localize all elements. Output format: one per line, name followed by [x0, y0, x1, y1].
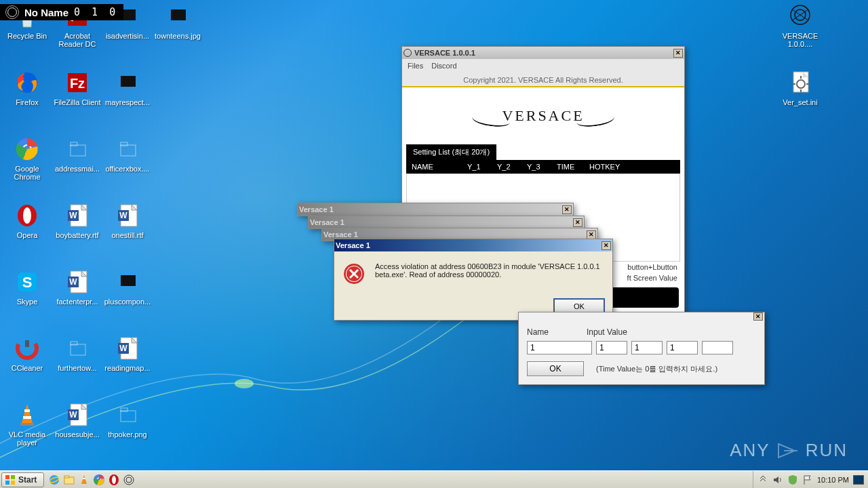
input-time[interactable]	[702, 341, 733, 354]
opera-icon	[12, 202, 42, 229]
svg-rect-11	[71, 145, 85, 156]
svg-text:W: W	[69, 410, 77, 420]
svg-rect-59	[83, 478, 85, 479]
versace-app-icon	[403, 49, 412, 57]
svg-point-65	[124, 475, 134, 485]
desktop-icon[interactable]: furthertow...	[53, 335, 102, 401]
desktop-icon[interactable]: officerxbox....	[103, 136, 152, 202]
error-dialog[interactable]: Versace 1✕	[308, 216, 585, 229]
tray-expand-icon[interactable]	[757, 474, 768, 485]
desktop-icon[interactable]: Google Chrome	[3, 136, 52, 202]
error-title: Versace 1	[323, 230, 358, 239]
desktop-icon[interactable]: FzFileZilla Client	[53, 69, 102, 136]
icon-label: furthertow...	[58, 364, 96, 372]
icon-label: Ver_set.ini	[783, 98, 817, 106]
desktop-icon[interactable]: addressmai...	[53, 136, 102, 202]
desktop-icon[interactable]: VLC media player	[3, 401, 52, 468]
close-icon[interactable]: ✕	[587, 230, 596, 239]
icon-label: VERSACE 1.0.0....	[776, 32, 824, 48]
word-icon: W	[62, 401, 92, 428]
desktop-icon[interactable]: Whousesubje...	[53, 401, 102, 468]
icon-label: officerxbox....	[105, 165, 149, 173]
icon-label: VLC media player	[3, 430, 51, 447]
error-titlebar[interactable]: Versace 1✕	[334, 239, 612, 251]
icon-label: pluscompon...	[104, 298, 151, 306]
desktop-icon[interactable]: CCleaner	[3, 335, 52, 401]
close-icon[interactable]: ✕	[573, 218, 583, 227]
desktop-icon[interactable]: Ver_set.ini	[776, 69, 825, 136]
taskbar[interactable]: Start 10:10 PM	[0, 470, 868, 488]
versace-taskbar-icon[interactable]	[123, 474, 135, 486]
desktop-icon[interactable]: Opera	[3, 202, 52, 268]
table-header: NAME Y_1 Y_2 Y_3 TIME HOTKEY	[406, 160, 680, 174]
input-dialog[interactable]: ✕ Name Input Value OK (Time Value는 0를 입력…	[518, 312, 765, 385]
desktop-icon[interactable]: townteens.jpg	[153, 3, 202, 69]
svg-rect-54	[11, 481, 15, 485]
svg-point-16	[23, 207, 31, 224]
volume-icon[interactable]	[772, 474, 783, 485]
versace-title: VERSACE 1.0.0.1	[414, 49, 475, 57]
icon-label: addressmai...	[55, 165, 100, 173]
clock[interactable]: 10:10 PM	[817, 476, 849, 484]
start-button-taskbar[interactable]: Start	[1, 472, 44, 487]
vlc-taskbar-icon[interactable]	[78, 474, 90, 486]
file-dark-icon	[113, 69, 142, 96]
close-icon[interactable]: ✕	[673, 49, 683, 58]
desktop-icon[interactable]: SSkype	[3, 268, 52, 335]
desktop-icon[interactable]: Firefox	[3, 69, 52, 136]
svg-rect-36	[24, 409, 30, 412]
svg-rect-31	[71, 344, 85, 355]
menu-files[interactable]: Files	[408, 62, 423, 70]
svg-rect-30	[25, 340, 29, 347]
close-icon[interactable]: ✕	[753, 312, 763, 321]
desktop-icon[interactable]: thpoker.png	[103, 401, 152, 468]
icon-label: mayrespect...	[105, 98, 150, 106]
error-titlebar[interactable]: Versace 1✕	[309, 216, 584, 228]
svg-point-64	[112, 476, 116, 484]
icon-label: Skype	[17, 298, 38, 306]
ie-icon[interactable]	[48, 474, 60, 486]
folder-ghost-icon	[113, 401, 142, 428]
error-titlebar[interactable]: Versace 1✕	[298, 203, 573, 216]
desktop-icon[interactable]: Wonestill.rtf	[103, 202, 152, 268]
svg-text:S: S	[22, 274, 33, 291]
show-desktop[interactable]	[853, 475, 864, 485]
error-title: Versace 1	[310, 218, 344, 226]
versace-titlebar[interactable]: VERSACE 1.0.0.1 ✕	[402, 47, 684, 59]
icon-label: boybattery.rtf	[56, 231, 98, 239]
close-icon[interactable]: ✕	[562, 205, 572, 214]
input-y3[interactable]	[667, 341, 698, 354]
desktop-icon[interactable]: VERSACE 1.0.0....	[776, 3, 825, 69]
error-message: Access violation at address 00600B23 in …	[375, 262, 604, 288]
ok-button[interactable]: OK	[554, 299, 604, 313]
explorer-icon[interactable]	[63, 474, 75, 486]
error-dialog[interactable]: Versace 1✕	[297, 203, 574, 216]
desktop-icon[interactable]: Wboybattery.rtf	[53, 202, 102, 268]
icon-label: Recycle Bin	[7, 32, 47, 40]
flag-icon[interactable]	[802, 474, 813, 485]
svg-rect-7	[121, 76, 136, 87]
firefox-icon	[12, 69, 42, 96]
desktop-icon[interactable]: Wfactenterpr...	[53, 268, 102, 335]
desktop[interactable]: Recycle BinAcrobat Reader DCisadvertisin…	[0, 0, 868, 488]
desktop-icon[interactable]: pluscompon...	[103, 268, 152, 335]
setting-list-tab[interactable]: Setting List (최대 20개)	[406, 144, 496, 160]
input-name[interactable]	[527, 341, 592, 354]
opera-taskbar-icon[interactable]	[108, 474, 120, 486]
ok-button[interactable]: OK	[527, 361, 584, 376]
close-icon[interactable]: ✕	[601, 241, 611, 250]
shield-icon[interactable]	[787, 474, 798, 485]
svg-text:W: W	[69, 277, 77, 287]
input-dialog-titlebar[interactable]: ✕	[519, 312, 764, 322]
input-y1[interactable]	[596, 341, 627, 354]
recorder-title: No Name	[24, 7, 68, 18]
desktop-icon[interactable]: Wreadingmap...	[103, 335, 152, 401]
word-icon: W	[62, 268, 92, 296]
icon-label: CCleaner	[12, 364, 43, 372]
chrome-taskbar-icon[interactable]	[93, 474, 105, 486]
system-tray: 10:10 PM	[753, 471, 868, 488]
error-dialog[interactable]: Versace 1✕Access violation at address 00…	[334, 239, 613, 321]
desktop-icon[interactable]: mayrespect...	[103, 69, 152, 136]
menu-discord[interactable]: Discord	[431, 62, 456, 70]
input-y2[interactable]	[631, 341, 663, 354]
